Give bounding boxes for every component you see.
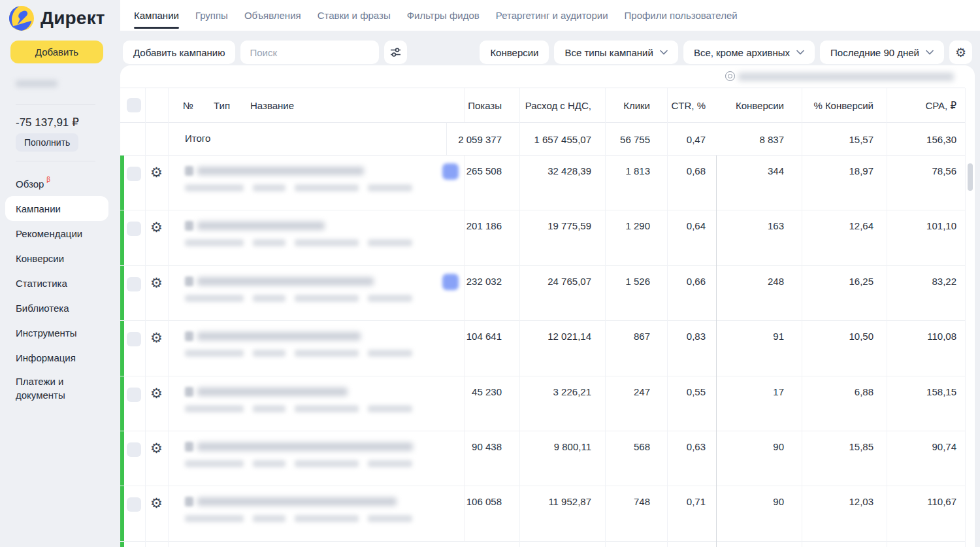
goal-description-blurred[interactable]	[738, 73, 954, 81]
row-checkbox[interactable]	[127, 388, 141, 402]
date-range-filter-label: Последние 90 дней	[830, 47, 919, 58]
statistics-link-blurred[interactable]	[368, 460, 412, 467]
tab-groups[interactable]: Группы	[195, 10, 228, 21]
add-button[interactable]: Добавить	[10, 41, 103, 63]
cell-conversions: 91	[719, 330, 784, 343]
campaign-name-cell[interactable]	[176, 321, 465, 375]
sidebar-item-conversions[interactable]: Конверсии	[5, 246, 108, 271]
row-checkbox[interactable]	[127, 222, 141, 236]
campaign-name-blurred[interactable]	[197, 332, 361, 340]
campaign-id-blurred	[185, 460, 244, 467]
column-header-number[interactable]: №	[183, 100, 193, 111]
edit-link-blurred[interactable]	[295, 184, 359, 191]
campaign-name-blurred[interactable]	[197, 388, 348, 396]
go-to-link-blurred[interactable]	[253, 405, 286, 412]
totals-conversions: 8 837	[719, 133, 784, 146]
date-range-filter[interactable]: Последние 90 дней	[820, 41, 944, 64]
sidebar-item-payments-documents[interactable]: Платежи и документы	[5, 370, 108, 406]
archive-filter[interactable]: Все, кроме архивных	[683, 41, 815, 64]
go-to-link-blurred[interactable]	[253, 239, 286, 246]
column-header-type[interactable]: Тип	[214, 100, 230, 111]
campaign-name-cell[interactable]	[176, 376, 465, 431]
row-settings-gear-icon[interactable]: ⚙	[150, 497, 163, 510]
campaign-name-blurred[interactable]	[197, 222, 325, 230]
tab-bids-phrases[interactable]: Ставки и фразы	[318, 10, 391, 21]
table-settings-button[interactable]: ⚙	[949, 41, 972, 64]
search-input[interactable]	[240, 41, 379, 64]
campaign-name-blurred[interactable]	[197, 442, 413, 451]
row-checkbox[interactable]	[127, 167, 141, 181]
row-checkbox[interactable]	[127, 277, 141, 291]
campaign-name-blurred[interactable]	[197, 497, 397, 506]
campaign-type-icon	[185, 221, 193, 231]
row-settings-gear-icon[interactable]: ⚙	[150, 442, 163, 456]
sidebar-item-library[interactable]: Библиотека	[5, 295, 108, 320]
statistics-link-blurred[interactable]	[368, 350, 412, 357]
campaign-name-cell[interactable]	[176, 266, 465, 320]
statistics-link-blurred[interactable]	[368, 405, 412, 412]
campaign-row: ⚙ 45 230 3 226,21 247 0,55 17 6,88 158,1…	[120, 376, 965, 431]
row-settings-gear-icon[interactable]: ⚙	[150, 166, 163, 180]
row-settings-gear-icon[interactable]: ⚙	[150, 276, 163, 290]
conversions-button[interactable]: Конверсии	[480, 41, 549, 64]
campaign-name-cell[interactable]	[176, 431, 465, 486]
campaign-name-cell[interactable]	[176, 156, 465, 210]
column-header-name[interactable]: Название	[250, 100, 294, 111]
app-logo[interactable]: Директ	[9, 6, 105, 31]
campaign-row: ⚙ 201 186 19 775,59 1 290 0,64 163 12,64…	[120, 210, 965, 265]
sidebar-item-tools[interactable]: Инструменты	[5, 320, 108, 345]
account-name-blurred[interactable]	[16, 80, 57, 87]
sidebar-item-recommendations[interactable]: Рекомендации	[5, 221, 108, 246]
column-header-conversion-share[interactable]: % Конверсий	[802, 99, 874, 112]
statistics-link-blurred[interactable]	[368, 239, 412, 246]
row-checkbox[interactable]	[127, 442, 141, 457]
edit-link-blurred[interactable]	[295, 460, 359, 467]
row-settings-gear-icon[interactable]: ⚙	[150, 387, 163, 401]
go-to-link-blurred[interactable]	[253, 460, 286, 467]
column-header-ctr[interactable]: CTR, %	[647, 99, 706, 112]
row-settings-gear-icon[interactable]: ⚙	[150, 331, 163, 345]
go-to-link-blurred[interactable]	[253, 515, 286, 522]
sidebar-item-overview[interactable]: Обзор β	[5, 171, 108, 196]
sidebar-item-statistics[interactable]: Статистика	[5, 271, 108, 295]
row-settings-gear-icon[interactable]: ⚙	[150, 221, 163, 235]
campaign-type-icon	[185, 331, 193, 341]
column-header-conversions[interactable]: Конверсии	[719, 99, 784, 112]
sidebar-item-information[interactable]: Информация	[5, 345, 108, 370]
campaign-name-blurred[interactable]	[197, 167, 364, 175]
column-header-clicks[interactable]: Клики	[585, 99, 650, 112]
column-header-cpa[interactable]: CPA, ₽	[885, 99, 956, 112]
edit-link-blurred[interactable]	[295, 405, 359, 412]
go-to-link-blurred[interactable]	[253, 295, 286, 302]
edit-link-blurred[interactable]	[295, 239, 359, 246]
tab-feed-filters[interactable]: Фильтры фидов	[407, 10, 480, 21]
add-campaign-button[interactable]: Добавить кампанию	[123, 41, 235, 64]
vertical-scrollbar-thumb[interactable]	[968, 163, 973, 191]
campaign-actions-blurred	[185, 239, 412, 246]
column-header-cost[interactable]: Расход с НДС,	[500, 99, 591, 112]
tab-user-profiles[interactable]: Профили пользователей	[625, 10, 738, 21]
statistics-link-blurred[interactable]	[368, 515, 412, 522]
edit-link-blurred[interactable]	[295, 295, 359, 302]
campaign-status-bar	[120, 210, 124, 265]
select-all-checkbox[interactable]	[127, 98, 141, 112]
statistics-link-blurred[interactable]	[368, 184, 412, 191]
statistics-link-blurred[interactable]	[368, 295, 412, 302]
tab-ads[interactable]: Объявления	[244, 10, 301, 21]
campaign-name-blurred[interactable]	[197, 277, 374, 286]
row-checkbox[interactable]	[127, 497, 141, 512]
campaign-type-filter[interactable]: Все типы кампаний	[554, 41, 678, 64]
topup-button[interactable]: Пополнить	[16, 133, 78, 152]
campaign-name-cell[interactable]	[176, 486, 465, 540]
campaign-status-bar	[120, 376, 124, 431]
tab-campaigns[interactable]: Кампании	[134, 10, 179, 21]
edit-link-blurred[interactable]	[295, 350, 359, 357]
go-to-link-blurred[interactable]	[253, 184, 286, 191]
sidebar-item-campaigns[interactable]: Кампании	[5, 196, 108, 221]
tab-retargeting-audiences[interactable]: Ретаргетинг и аудитории	[496, 10, 608, 21]
edit-link-blurred[interactable]	[295, 515, 359, 522]
go-to-link-blurred[interactable]	[253, 350, 286, 357]
campaign-name-cell[interactable]	[176, 210, 465, 265]
row-checkbox[interactable]	[127, 332, 141, 346]
filter-button[interactable]	[384, 41, 407, 64]
